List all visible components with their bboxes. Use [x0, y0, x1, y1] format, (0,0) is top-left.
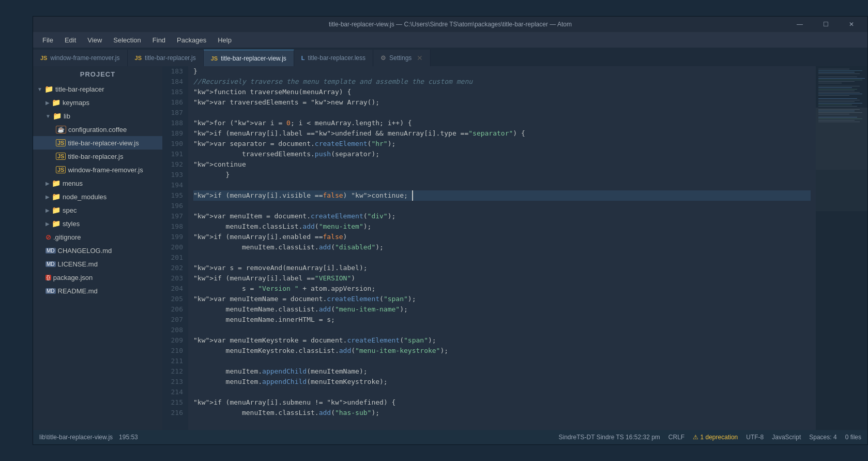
svg-rect-18: [818, 100, 860, 100]
code-line: }: [193, 66, 811, 77]
svg-rect-22: [818, 106, 857, 107]
menu-packages[interactable]: Packages: [172, 34, 211, 46]
tab-bar: JS window-frame-remover.js JS title-bar-…: [33, 48, 867, 66]
tree-item-label: package.json: [53, 274, 93, 281]
code-line: menuItemKeystroke.classList.add("menu-it…: [193, 346, 811, 356]
svg-rect-30: [818, 120, 855, 121]
code-line: [193, 201, 811, 211]
code-content[interactable]: }//Recursively traverse the menu templat…: [188, 66, 816, 430]
status-indent[interactable]: Spaces: 4: [809, 434, 836, 441]
tree-item-lib[interactable]: ▼ 📁 lib: [33, 109, 162, 123]
menu-find[interactable]: Find: [147, 34, 171, 46]
tree-item-label: README.md: [58, 287, 98, 295]
tree-item-gitignore[interactable]: ⊘ .gitignore: [33, 230, 162, 244]
tree-item-label: title-bar-replacer.js: [68, 153, 123, 160]
svg-rect-20: [818, 103, 862, 103]
coffee-icon: ☕: [56, 126, 66, 133]
menu-edit[interactable]: Edit: [59, 34, 81, 46]
svg-rect-15: [818, 94, 862, 94]
folder-icon: 📁: [52, 98, 60, 107]
code-line: "kw">if (menuArray[i].enabled == false): [193, 232, 811, 242]
code-line: [193, 180, 811, 190]
folder-icon: 📁: [52, 206, 60, 214]
tree-item-remover-js[interactable]: JS window-frame-remover.js: [33, 163, 162, 176]
status-position[interactable]: 195:53: [119, 434, 138, 441]
menu-bar: File Edit View Selection Find Packages H…: [33, 32, 867, 48]
close-tab-icon[interactable]: ✕: [417, 54, 423, 62]
status-files[interactable]: 0 files: [845, 434, 861, 441]
svg-rect-3: [818, 72, 855, 72]
svg-rect-12: [818, 89, 857, 90]
code-line: "kw">continue: [193, 159, 811, 170]
minimize-button[interactable]: —: [788, 17, 812, 32]
main-area: Project ▼ 📁 title-bar-replacer ▶ 📁 keyma…: [33, 66, 867, 430]
tree-item-label: configuration.coffee: [68, 126, 127, 133]
tree-item-label: title-bar-replacer-view.js: [68, 139, 139, 147]
close-button[interactable]: ✕: [840, 17, 863, 32]
tree-item-root[interactable]: ▼ 📁 title-bar-replacer: [33, 82, 162, 96]
status-right: SindreTS-DT Sindre TS 16:52:32 pm CRLF ⚠…: [559, 434, 862, 441]
svg-rect-16: [818, 95, 849, 96]
status-language[interactable]: JavaScript: [772, 434, 801, 441]
status-warning[interactable]: ⚠ 1 deprecation: [693, 434, 738, 441]
tree-item-configuration-coffee[interactable]: ☕ configuration.coffee: [33, 123, 162, 136]
window-frame: title-bar-replacer-view.js — C:\Users\Si…: [33, 16, 868, 445]
svg-rect-10: [818, 86, 860, 86]
minimap[interactable]: [816, 66, 867, 430]
tree-item-readme[interactable]: MD README.md: [33, 284, 162, 298]
sidebar-title: Project: [33, 66, 162, 82]
code-line: "kw">if (menuArray[i].submenu != "kw">un…: [193, 397, 811, 408]
svg-rect-5: [818, 77, 857, 77]
menu-selection[interactable]: Selection: [108, 34, 146, 46]
code-line: menuItemName.innerHTML = s;: [193, 315, 811, 325]
tree-item-license[interactable]: MD LICENSE.md: [33, 257, 162, 271]
editor-area: 1831841851861871881891901911921931941951…: [162, 66, 867, 430]
window-title: title-bar-replacer-view.js — C:\Users\Si…: [329, 21, 572, 28]
menu-file[interactable]: File: [37, 34, 58, 46]
svg-rect-21: [818, 105, 852, 105]
tree-item-styles[interactable]: ▶ 📁 styles: [33, 217, 162, 230]
tab-settings[interactable]: ⚙ Settings ✕: [373, 50, 431, 66]
tree-item-changelog[interactable]: MD CHANGELOG.md: [33, 244, 162, 257]
svg-rect-8: [818, 81, 855, 82]
tab-title-bar-replacer[interactable]: JS title-bar-replacer.js: [128, 50, 204, 66]
svg-rect-11: [818, 87, 852, 88]
tab-window-frame-remover[interactable]: JS window-frame-remover.js: [33, 50, 128, 66]
tree-item-keymaps[interactable]: ▶ 📁 keymaps: [33, 96, 162, 109]
tree-item-menus[interactable]: ▶ 📁 menus: [33, 176, 162, 190]
chevron-right-icon: ▶: [45, 181, 50, 186]
menu-help[interactable]: Help: [212, 34, 237, 46]
svg-rect-7: [818, 80, 862, 80]
cursor: [408, 190, 413, 201]
minimap-canvas: [816, 66, 867, 377]
tree-item-label: keymaps: [63, 99, 89, 107]
code-line: menuItem.classList.add("disabled");: [193, 242, 811, 252]
tree-item-replacer-js[interactable]: JS title-bar-replacer.js: [33, 150, 162, 163]
tree-item-package-json[interactable]: {} package.json: [33, 271, 162, 284]
menu-view[interactable]: View: [82, 34, 107, 46]
code-line: "kw">var menuItem = document.createEleme…: [193, 211, 811, 221]
tab-title-bar-replacer-less[interactable]: L title-bar-replacer.less: [294, 50, 373, 66]
tree-item-label: lib: [64, 112, 70, 120]
code-line: "kw">var menuItemKeystroke = document.cr…: [193, 335, 811, 346]
code-line: traversedElements.push(separator);: [193, 149, 811, 159]
js-icon: JS: [40, 55, 47, 61]
tab-title-bar-replacer-view[interactable]: JS title-bar-replacer-view.js: [204, 50, 294, 66]
js-icon: JS: [211, 55, 218, 62]
status-file-path[interactable]: lib\title-bar-replacer-view.js: [39, 434, 113, 441]
svg-rect-31: [818, 122, 860, 122]
maximize-button[interactable]: ☐: [814, 17, 837, 32]
md-icon: MD: [45, 261, 56, 267]
status-encoding[interactable]: UTF-8: [746, 434, 764, 441]
chevron-right-icon: ▶: [45, 100, 50, 106]
tree-item-view-js[interactable]: JS title-bar-replacer-view.js: [33, 136, 162, 150]
svg-rect-6: [818, 78, 865, 79]
code-line: "kw">function traverseMenu(menuArray) {: [193, 87, 811, 97]
tree-item-node-modules[interactable]: ▶ 📁 node_modules: [33, 190, 162, 203]
code-line: "kw">var s = removeAnd(menuArray[i].labe…: [193, 263, 811, 273]
status-line-endings[interactable]: CRLF: [668, 434, 684, 441]
folder-icon: 📁: [52, 219, 60, 228]
tree-item-label: node_modules: [63, 193, 106, 201]
svg-rect-29: [818, 118, 862, 119]
tree-item-spec[interactable]: ▶ 📁 spec: [33, 203, 162, 217]
